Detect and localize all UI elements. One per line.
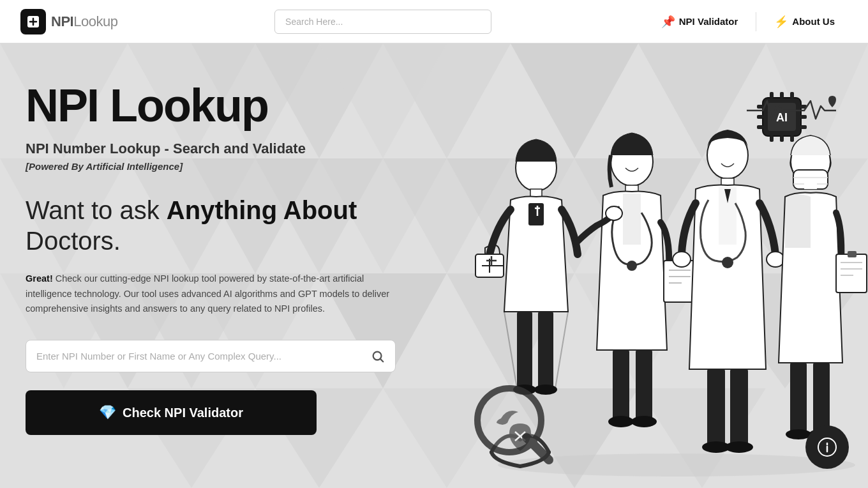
svg-point-57: [673, 252, 691, 267]
logo-icon: [20, 9, 46, 34]
about-us-nav-button[interactable]: ⚡ About Us: [761, 8, 848, 35]
svg-rect-49: [613, 350, 629, 420]
svg-rect-81: [780, 135, 784, 142]
svg-point-52: [631, 416, 657, 427]
about-us-nav-label: About Us: [792, 16, 835, 27]
check-npi-validator-button[interactable]: 💎 Check NPI Validator: [26, 390, 317, 435]
header-search-input[interactable]: [274, 10, 491, 34]
svg-point-72: [606, 206, 622, 220]
svg-rect-65: [804, 183, 817, 189]
svg-rect-68: [790, 363, 807, 433]
hero-description: Great! Check our cutting-edge NPI lookup…: [26, 271, 396, 317]
svg-rect-38: [528, 203, 544, 225]
tagline-bold: Anything About: [167, 196, 357, 224]
hero-content: NPI Lookup NPI Number Lookup - Search an…: [0, 43, 421, 461]
hero-title: NPI Lookup: [26, 82, 396, 130]
hero-powered: [Powered By Artificial Intelligence]: [26, 161, 396, 172]
svg-rect-60: [730, 369, 748, 446]
header-nav: 📌 NPI Validator ⚡ About Us: [648, 8, 848, 35]
svg-rect-67: [848, 251, 857, 257]
svg-rect-40: [517, 312, 532, 388]
svg-point-47: [627, 261, 637, 271]
tagline-suffix: Doctors.: [26, 227, 121, 255]
search-submit-button[interactable]: [366, 344, 390, 369]
hero-subtitle: NPI Number Lookup - Search and Validate: [26, 141, 396, 157]
tagline-prefix: Want to ask: [26, 196, 167, 224]
diamond-icon: 💎: [99, 404, 116, 421]
svg-rect-82: [790, 135, 794, 142]
svg-rect-50: [636, 350, 652, 420]
svg-rect-46: [623, 194, 641, 245]
svg-point-51: [608, 416, 634, 427]
nav-divider: [756, 12, 756, 31]
svg-rect-66: [836, 254, 867, 293]
logo-text: NPILookup: [51, 13, 117, 30]
info-circle-button[interactable]: [805, 425, 849, 469]
main-search-bar: [26, 340, 396, 372]
svg-rect-80: [770, 135, 774, 142]
validator-btn-label: Check NPI Validator: [123, 406, 243, 420]
big-magnifier-decoration: [472, 383, 555, 475]
npi-validator-nav-label: NPI Validator: [679, 16, 738, 27]
info-icon: [817, 437, 837, 457]
pin-icon: 📌: [661, 15, 675, 29]
heartbeat-decoration: [747, 95, 836, 129]
main-search-input[interactable]: [36, 343, 366, 369]
svg-rect-69: [813, 363, 830, 433]
svg-point-62: [725, 441, 753, 453]
description-bold: Great!: [26, 273, 53, 284]
description-text: Check our cutting-edge NPI lookup tool p…: [26, 273, 389, 314]
header: NPILookup 📌 NPI Validator ⚡ About Us: [0, 0, 868, 43]
svg-point-58: [767, 252, 784, 267]
bolt-icon: ⚡: [774, 15, 788, 29]
hero-section: NPI Lookup NPI Number Lookup - Search an…: [0, 43, 868, 488]
svg-point-56: [722, 257, 733, 268]
hero-tagline: Want to ask Anything About Doctors.: [26, 195, 396, 256]
logo[interactable]: NPILookup: [20, 9, 117, 34]
svg-rect-41: [538, 312, 553, 388]
npi-validator-nav-button[interactable]: 📌 NPI Validator: [648, 8, 751, 35]
search-icon: [371, 349, 385, 363]
svg-rect-59: [707, 369, 725, 446]
header-search-container: [274, 10, 491, 34]
